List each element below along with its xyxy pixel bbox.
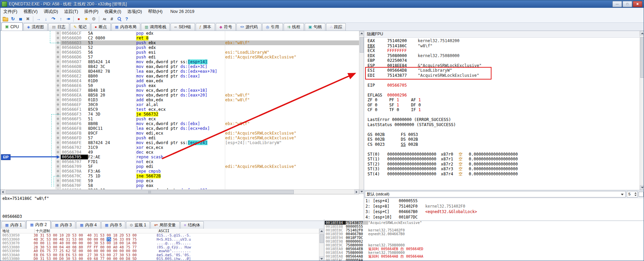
breakpoint-gutter[interactable]	[55, 31, 61, 189]
registers-pane[interactable]: 隐藏FPU EAX75140200kernel32.75140200EBX751…	[364, 31, 640, 190]
breakpoint-dot[interactable]	[57, 51, 59, 53]
breakpoint-dot[interactable]	[57, 108, 59, 110]
flags-row[interactable]: CF 0TF 0IF 1	[368, 107, 640, 112]
flags-row[interactable]: ES 002BDS 002B	[368, 137, 640, 142]
hide-fpu-button[interactable]: 隐藏FPU	[364, 31, 640, 38]
minimize-button[interactable]: —	[612, 1, 622, 7]
hash-icon[interactable]: #	[108, 16, 115, 22]
tab-source[interactable]: <>源代码	[236, 23, 262, 31]
disasm-row[interactable]: 005666E401D0add eax,edx	[61, 79, 359, 83]
fpu-register-row[interactable]: ST(0)00000000000000000000x87r0空0.0000000…	[368, 152, 640, 157]
status-register-row[interactable]: LastError 00000000 (ERROR_SUCCESS)	[368, 117, 640, 122]
tab-memory-3[interactable]: ▦内存 3	[51, 221, 75, 229]
breakpoint-icon[interactable]: ●	[75, 16, 83, 22]
disasm-row[interactable]: 005666F88D0C11lea ecx,dword ptr ds:[ecx+…	[61, 126, 359, 131]
fpu-register-row[interactable]: ST(4)00000000000000000000x87r4空0.0000000…	[368, 172, 640, 177]
fpu-register-row[interactable]: ST(1)00000000000000000000x87r1空0.0000000…	[368, 157, 640, 162]
breakpoint-dot[interactable]	[57, 179, 59, 182]
tab-symbols[interactable]: ◆符号	[216, 23, 236, 31]
tab-watch-1[interactable]: ⊙监视 1	[126, 221, 150, 229]
disasm-row[interactable]: 005666F68B0Bmov ecx,dword ptr ds:[ebx]eb…	[61, 121, 359, 126]
calling-convention-select[interactable]: 默认 (stdcall)	[365, 191, 626, 197]
tab-trace[interactable]: ∴跟踪	[326, 23, 346, 31]
tab-memory-2[interactable]: ▦内存 2	[26, 221, 50, 229]
run-to-user-code-icon[interactable]: ↠	[65, 16, 72, 22]
register-row-esi[interactable]: ESI005664D8"LoadLibraryW"	[368, 68, 640, 73]
scroll-down-button[interactable]	[359, 189, 364, 194]
flags-row[interactable]: ZF 0PF 1AF 1	[368, 98, 640, 103]
breakpoint-dot[interactable]	[57, 65, 59, 68]
pause-icon[interactable]: ▮▮	[17, 16, 24, 22]
dump-row[interactable]: 00533090A0 E6 75 77 25 62 5E 00 00 00 00…	[0, 249, 324, 253]
stack-row[interactable]: 0018EEA475080000kernel32.75080000	[325, 251, 644, 255]
disasm-row[interactable]: 005666D657push ediedi:"AcquireSRWLockExc…	[61, 55, 359, 59]
disasm-row[interactable]: 00566705F2:AErepne scasb	[61, 155, 359, 159]
register-row-eflags[interactable]: EFLAGS00000296	[368, 93, 640, 98]
disasm-row[interactable]: 005666F551push ecx	[61, 117, 359, 121]
open-file-icon[interactable]	[2, 16, 9, 22]
titlebar[interactable]: EQNEDT32.EXE - PID: A58 - 线程: 主线程 2D0 - …	[0, 0, 644, 8]
register-row-ebp[interactable]: EBP02250074	[368, 58, 640, 63]
disasm-row[interactable]: 005666D556push esiesi:"LoadLibraryW"	[61, 50, 359, 55]
argument-row[interactable]: 4:[esp+10]0018F7DC	[364, 214, 644, 220]
tab-references[interactable]: ◎引用	[262, 23, 283, 31]
disasm-row[interactable]: 005666EF30C0xor al,al	[61, 102, 359, 107]
step-over-icon[interactable]: ↷	[50, 16, 57, 22]
tab-notes[interactable]: ✎笔记	[70, 23, 90, 31]
disasm-row[interactable]: 005666ED01D3add ebx,edxebx:"w8\f"	[61, 98, 359, 102]
disasm-row[interactable]: 005666FB89CFmov edi,ecxedi:"AcquireSRWLo…	[61, 131, 359, 136]
disasm-row[interactable]: 005666CF5Apop edx	[61, 31, 359, 36]
register-row-edi[interactable]: EDI75143877"AcquireSRWLockExclusive"	[368, 73, 640, 78]
breakpoint-dot[interactable]	[57, 103, 59, 106]
argument-row[interactable]: 3:[esp+C]004667B0<eqnedt32.&GlobalLock>	[364, 209, 644, 214]
disasm-row[interactable]: 005666D0C2 0800ret 8	[61, 36, 359, 40]
stack-pane[interactable]: 0018EE8475143877"AcquireSRWLockExclusive…	[325, 221, 644, 261]
argument-row[interactable]: 1:[esp+4]00000555	[364, 198, 644, 204]
stack-row[interactable]: 0018EE940018F7DC	[325, 236, 644, 240]
disasm-vscrollbar[interactable]	[359, 31, 364, 194]
breakpoint-dot[interactable]	[57, 137, 59, 139]
stack-row[interactable]: 0018EEA8005664A8返回到 005664A8 自 005664AA	[325, 255, 644, 258]
sort-az-icon[interactable]: Az	[101, 16, 108, 22]
breakpoint-dot[interactable]	[57, 37, 59, 39]
breakpoint-dot[interactable]	[57, 122, 59, 125]
disasm-row[interactable]: 005666FD57push ediedi:"AcquireSRWLockExc…	[61, 136, 359, 140]
dump-vscrollbar[interactable]	[319, 229, 324, 261]
menu-view[interactable]: 视图(V)	[20, 8, 41, 15]
breakpoint-dot[interactable]	[57, 146, 59, 149]
argument-count-spinner[interactable]: 5	[627, 191, 638, 197]
terminate-icon[interactable]: ✖	[24, 16, 32, 22]
disasm-row[interactable]: 005667095Fpop ediedi:"AcquireSRWLockExcl…	[61, 164, 359, 169]
breakpoint-dot[interactable]	[57, 118, 59, 120]
tab-memory-1[interactable]: ▦内存 1	[1, 221, 25, 229]
menu-plugins[interactable]: 插件(P)	[81, 8, 102, 15]
dump-row[interactable]: 005330B0D0 31 53 00 D0 30 53 00 69 68 77…	[0, 257, 324, 261]
scroll-up-button[interactable]	[640, 31, 644, 36]
disasm-row[interactable]: 0056670231C9xor ecx,ecx	[61, 145, 359, 150]
breakpoint-dot[interactable]	[57, 70, 59, 72]
register-row-ecx[interactable]: ECXFFFFFFFF	[368, 48, 640, 53]
breakpoint-dot[interactable]	[57, 94, 59, 96]
stack-row[interactable]: 0018EE9800000002	[325, 240, 644, 243]
breakpoint-dot[interactable]	[57, 165, 59, 168]
lock-checkbox[interactable]	[639, 192, 644, 197]
flags-row[interactable]: CS 0023SS 002B	[368, 142, 640, 147]
breakpoint-dot[interactable]	[57, 160, 59, 163]
scroll-down-button[interactable]	[319, 257, 324, 261]
disasm-row[interactable]: 005666DE8D4402 78lea eax,dword ptr ds:[e…	[61, 69, 359, 74]
tab-threads[interactable]: ⇉线程	[284, 23, 304, 31]
fpu-register-row[interactable]: ST(3)00000000000000000000x87r3空0.0000000…	[368, 167, 640, 172]
breakpoint-dot[interactable]	[57, 151, 59, 153]
scroll-thumb[interactable]	[640, 37, 644, 78]
search-icon[interactable]	[115, 16, 123, 22]
restart-icon[interactable]: ↻	[9, 16, 17, 22]
disasm-row[interactable]: 005666D78B5424 14mov edx,dword ptr ss:[e…	[61, 59, 359, 64]
scroll-right-button[interactable]	[354, 190, 359, 194]
menu-debug[interactable]: 调试(D)	[41, 8, 61, 15]
disasm-row[interactable]: 005666DB8B42 3Cmov eax,dword ptr ds:[edx…	[61, 64, 359, 69]
run-icon[interactable]: →	[35, 16, 42, 22]
disasm-row[interactable]: 005666D353push ebxebx:"w8\f"	[61, 40, 359, 45]
stack-row[interactable]: 0018EEAC000008AA	[325, 258, 644, 261]
register-row-eip[interactable]: EIP00566705	[368, 83, 640, 88]
disasm-row[interactable]: 005666F185C9test ecx,ecx	[61, 107, 359, 112]
